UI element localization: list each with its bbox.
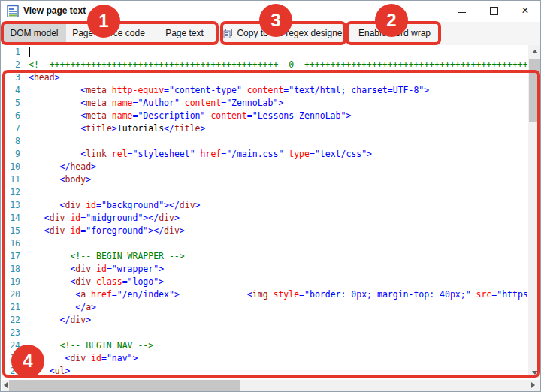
line-number: 14	[2, 212, 20, 225]
code-line: 13 <div id="background"></div>	[2, 199, 527, 212]
maximize-button[interactable]	[482, 1, 505, 20]
line-number: 11	[2, 173, 20, 186]
code-line: 24 <!-- BEGIN NAV -->	[2, 339, 527, 352]
code-line: 12	[2, 186, 527, 199]
code-line: 20 <a href="/en/index"> <img style="bord…	[2, 288, 527, 301]
code-line: 10 </head>	[2, 161, 527, 173]
code-editor[interactable]: 12<!--++++++++++++++++++++++++++++++++++…	[2, 45, 541, 392]
line-number: 9	[2, 148, 20, 161]
scroll-up-arrow-icon[interactable]	[532, 50, 538, 53]
scroll-right-arrow-icon[interactable]	[531, 382, 535, 388]
code-line: 1	[2, 46, 527, 59]
line-number: 12	[2, 186, 20, 199]
line-number: 15	[2, 225, 20, 237]
toolbar: DOM model Page source code Page text Cop…	[2, 22, 541, 46]
line-number: 17	[2, 250, 20, 263]
code-line: 2<!--+++++++++++++++++++++++++++++++++++…	[2, 59, 527, 71]
scroll-left-arrow-icon[interactable]	[4, 382, 8, 388]
line-number: 1	[2, 46, 20, 59]
title-bar: View page text ×	[1, 1, 540, 22]
code-line: 9 <link rel="stylesheet" href="/main.css…	[2, 148, 527, 161]
text-caret	[29, 47, 30, 57]
line-number: 2	[2, 59, 20, 71]
line-number: 10	[2, 161, 20, 173]
code-line: 18 <div id="wrapper">	[2, 263, 527, 276]
line-number: 6	[2, 110, 20, 122]
code-line: 4 <meta http-equiv="content-type" conten…	[2, 84, 527, 97]
line-number: 23	[2, 327, 20, 339]
code-line: 19 <div class="logo">	[2, 276, 527, 288]
copy-button-label: Copy to the regex designer	[237, 28, 345, 38]
minimize-button[interactable]	[450, 1, 473, 20]
line-number: 5	[2, 97, 20, 110]
copy-icon	[223, 24, 233, 47]
line-number: 8	[2, 135, 20, 148]
line-number: 24	[2, 339, 20, 352]
code-line: 15 <div id="foreground"></div>	[2, 225, 527, 237]
line-number: 7	[2, 122, 20, 135]
maximize-icon	[490, 7, 498, 15]
vertical-scrollbar[interactable]	[528, 45, 541, 378]
line-number: 20	[2, 288, 20, 301]
code-line: 5 <meta name="Author" content="ZennoLab"…	[2, 97, 527, 110]
view-page-text-window: View page text × DOM model Page source c…	[0, 0, 541, 392]
window-title: View page text	[23, 5, 86, 16]
tab-dom-model[interactable]: DOM model	[2, 22, 66, 44]
vertical-scrollbar-thumb[interactable]	[529, 59, 540, 122]
page-text-icon	[7, 5, 19, 17]
minimize-icon	[458, 12, 466, 13]
code-line: 6 <meta name="Description" content="Less…	[2, 110, 527, 122]
line-number: 25	[2, 352, 20, 365]
horizontal-scrollbar-thumb[interactable]	[9, 380, 240, 391]
code-line: 8	[2, 135, 527, 148]
code-line: 14 <div id="midground"></div>	[2, 212, 527, 225]
line-number: 19	[2, 276, 20, 288]
line-number: 4	[2, 84, 20, 97]
scroll-down-arrow-icon[interactable]	[532, 371, 538, 375]
line-number: 3	[2, 71, 20, 84]
line-number: 18	[2, 263, 20, 276]
horizontal-scrollbar[interactable]	[2, 380, 541, 391]
code-line: 22 </div>	[2, 314, 527, 327]
line-number: 26	[2, 365, 20, 378]
code-line: 7 <title>Tutorials</title>	[2, 122, 527, 135]
tab-page-source-code[interactable]: Page source code	[66, 22, 151, 44]
line-number: 21	[2, 301, 20, 314]
line-number: 16	[2, 237, 20, 250]
copy-to-regex-designer-button[interactable]: Copy to the regex designer	[223, 22, 346, 44]
code-line: 16	[2, 237, 527, 250]
code-line: 25 <div id="nav">	[2, 352, 527, 365]
code-line: 17 <!-- BEGIN WRAPPER -->	[2, 250, 527, 263]
tab-page-text[interactable]: Page text	[151, 22, 218, 44]
code-line: 21 </a>	[2, 301, 527, 314]
close-button[interactable]: ×	[514, 1, 536, 20]
close-icon: ×	[521, 5, 528, 17]
code-rows: 12<!--++++++++++++++++++++++++++++++++++…	[2, 46, 527, 378]
line-number: 13	[2, 199, 20, 212]
code-line: 23	[2, 327, 527, 339]
code-line: 11 <body>	[2, 173, 527, 186]
enable-word-wrap-button[interactable]: Enable word wrap	[349, 22, 440, 44]
code-line: 3<head>	[2, 71, 527, 84]
line-number: 22	[2, 314, 20, 327]
code-line: 26 <ul>	[2, 365, 527, 378]
